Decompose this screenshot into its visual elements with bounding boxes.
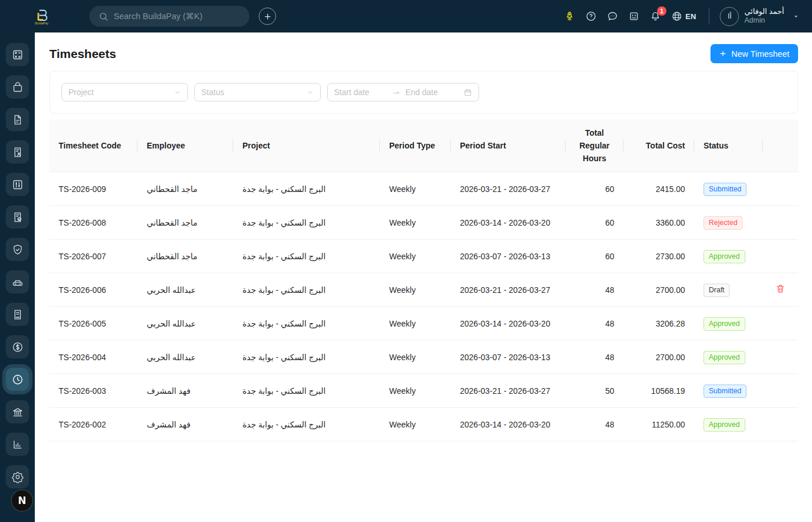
sidebar-item-compliance[interactable] bbox=[6, 238, 29, 261]
document-check-icon bbox=[12, 211, 24, 223]
quick-add-button[interactable] bbox=[259, 8, 276, 25]
trash-icon bbox=[775, 284, 785, 293]
sidebar-item-sliders[interactable] bbox=[6, 173, 29, 196]
cell-cost: 2700.00 bbox=[624, 340, 694, 374]
chevron-down-icon bbox=[793, 13, 799, 20]
table-row[interactable]: TS-2026-007 ماجد القحطاني البرج السكني -… bbox=[49, 240, 798, 273]
swap-right-arrow-icon bbox=[392, 88, 401, 97]
status-filter-select[interactable]: Status bbox=[194, 83, 321, 102]
top-bar: BuildaPay bbox=[0, 0, 812, 32]
cell-cost: 2730.00 bbox=[624, 240, 694, 273]
cell-project: البرج السكني - بوابة جدة bbox=[233, 374, 380, 408]
sidebar-item-reports[interactable] bbox=[6, 433, 29, 456]
sidebar-item-vehicles[interactable] bbox=[6, 270, 29, 293]
col-total-cost: Total Cost bbox=[624, 119, 694, 172]
sidebar-item-timesheets[interactable] bbox=[6, 368, 29, 391]
cell-period-type: Weekly bbox=[380, 307, 451, 340]
cell-actions bbox=[763, 172, 798, 206]
cell-period-type: Weekly bbox=[380, 273, 451, 307]
cell-project: البرج السكني - بوابة جدة bbox=[233, 340, 380, 374]
cell-status: Rejected bbox=[694, 206, 763, 240]
table-row[interactable]: TS-2026-004 عبدالله الحربي البرج السكني … bbox=[49, 340, 798, 374]
plus-icon bbox=[719, 50, 727, 57]
plus-icon bbox=[263, 12, 272, 21]
receipt-icon bbox=[12, 309, 24, 321]
cell-timesheet-code: TS-2026-009 bbox=[49, 172, 137, 206]
sidebar-item-invoices[interactable] bbox=[6, 303, 29, 326]
sliders-icon bbox=[12, 179, 24, 191]
cell-employee: عبدالله الحربي bbox=[137, 340, 233, 374]
cell-period-start: 2026-03-14 - 2026-03-20 bbox=[451, 408, 566, 441]
table-row[interactable]: TS-2026-008 ماجد القحطاني البرج السكني -… bbox=[49, 206, 798, 240]
notifications-bell-icon[interactable]: 1 bbox=[650, 10, 661, 22]
cell-period-type: Weekly bbox=[380, 206, 451, 240]
end-date-field[interactable]: End date bbox=[405, 88, 459, 97]
user-name: أحمد الوفائي bbox=[744, 7, 784, 16]
cell-status: Approved bbox=[694, 307, 763, 340]
cell-status: Draft bbox=[694, 273, 763, 307]
bank-icon bbox=[12, 406, 24, 418]
col-actions bbox=[763, 119, 798, 172]
language-switcher[interactable]: EN bbox=[671, 10, 697, 22]
buildapay-logo[interactable]: BuildaPay bbox=[32, 8, 51, 25]
cell-timesheet-code: TS-2026-008 bbox=[49, 206, 137, 240]
cell-period-start: 2026-03-07 - 2026-03-13 bbox=[451, 240, 566, 273]
project-filter-select[interactable]: Project bbox=[61, 83, 188, 102]
sidebar-nav bbox=[0, 32, 35, 522]
cell-cost: 10568.19 bbox=[624, 374, 694, 408]
sidebar-item-payments[interactable] bbox=[6, 335, 29, 358]
table-row[interactable]: TS-2026-009 ماجد القحطاني البرج السكني -… bbox=[49, 172, 798, 206]
sidebar-item-bag[interactable] bbox=[6, 75, 29, 99]
cell-period-type: Weekly bbox=[380, 374, 451, 408]
col-total-regular-hours: Total Regular Hours bbox=[566, 119, 624, 172]
changelog-robot-icon[interactable] bbox=[628, 10, 640, 22]
cell-timesheet-code: TS-2026-005 bbox=[49, 307, 137, 340]
cell-actions bbox=[763, 408, 798, 441]
table-row[interactable]: TS-2026-003 فهد المشرف البرج السكني - بو… bbox=[49, 374, 798, 408]
table-row[interactable]: TS-2026-005 عبدالله الحربي البرج السكني … bbox=[49, 307, 798, 340]
table-row[interactable]: TS-2026-006 عبدالله الحربي البرج السكني … bbox=[49, 273, 798, 307]
calculator-icon bbox=[12, 49, 24, 61]
status-badge: Rejected bbox=[704, 216, 742, 230]
cell-hours: 48 bbox=[566, 273, 624, 307]
contract-person-icon bbox=[12, 146, 24, 158]
user-role: Admin bbox=[744, 16, 784, 26]
sidebar-item-contracts[interactable] bbox=[6, 140, 29, 164]
sidebar-item-approvals[interactable] bbox=[6, 205, 29, 229]
table-header-row: Timesheet Code Employee Project Period T… bbox=[49, 119, 798, 172]
logo-icon bbox=[34, 8, 49, 23]
delete-button[interactable] bbox=[774, 282, 786, 295]
col-timesheet-code: Timesheet Code bbox=[49, 119, 137, 172]
shield-check-icon bbox=[12, 244, 24, 256]
new-timesheet-button[interactable]: New Timesheet bbox=[710, 44, 798, 63]
cell-period-start: 2026-03-21 - 2026-03-27 bbox=[451, 374, 566, 408]
cell-actions bbox=[763, 206, 798, 240]
sidebar-item-bank[interactable] bbox=[6, 400, 29, 423]
global-search[interactable] bbox=[89, 6, 249, 27]
status-badge: Draft bbox=[704, 284, 730, 297]
whats-new-rocket-icon[interactable] bbox=[564, 10, 575, 22]
cell-period-start: 2026-03-14 - 2026-03-20 bbox=[451, 307, 566, 340]
cell-hours: 48 bbox=[566, 408, 624, 441]
search-icon bbox=[99, 12, 108, 21]
cell-status: Approved bbox=[694, 340, 763, 374]
cell-employee: ماجد القحطاني bbox=[137, 172, 233, 206]
cell-period-type: Weekly bbox=[380, 340, 451, 374]
sidebar-item-calculator[interactable] bbox=[6, 43, 29, 66]
cell-cost: 3360.00 bbox=[624, 206, 694, 240]
user-menu[interactable]: أا أحمد الوفائي Admin bbox=[720, 7, 799, 26]
clock-icon bbox=[12, 374, 24, 386]
sidebar-item-documents[interactable] bbox=[6, 108, 29, 131]
gear-icon bbox=[12, 471, 24, 483]
start-date-field[interactable]: Start date bbox=[334, 88, 387, 97]
table-row[interactable]: TS-2026-002 فهد المشرف البرج السكني - بو… bbox=[49, 408, 798, 441]
sidebar-item-settings[interactable] bbox=[6, 465, 29, 488]
col-status: Status bbox=[694, 119, 763, 172]
help-icon[interactable] bbox=[585, 10, 597, 22]
feedback-chat-icon[interactable] bbox=[607, 10, 618, 22]
search-input[interactable] bbox=[114, 12, 240, 21]
date-range-picker[interactable]: Start date End date bbox=[327, 83, 479, 102]
cell-project: البرج السكني - بوابة جدة bbox=[233, 172, 380, 206]
nextjs-dev-badge[interactable]: N bbox=[11, 490, 33, 512]
main-content: Timesheets New Timesheet Project Status … bbox=[35, 32, 812, 522]
